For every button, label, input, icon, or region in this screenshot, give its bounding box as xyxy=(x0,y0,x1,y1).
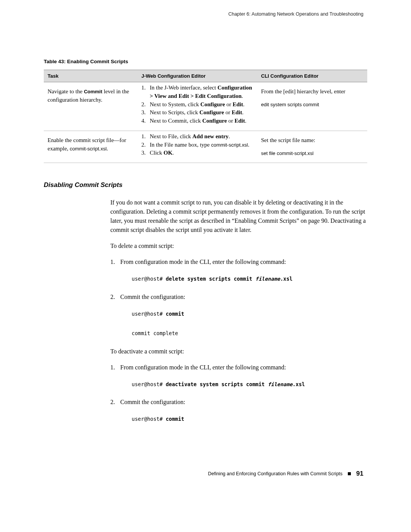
col-jweb: J-Web Configuration Editor xyxy=(138,70,258,82)
task-cell: Enable the commit script file—for exampl… xyxy=(44,131,138,163)
step-text: In the J-Web interface, select Configura… xyxy=(150,84,254,101)
code-block: user@host# commit commit complete xyxy=(132,309,367,339)
table-row: Enable the commit script file—for exampl… xyxy=(44,131,367,163)
square-icon xyxy=(348,472,351,475)
list-item: 1. From configuration mode in the CLI, e… xyxy=(110,257,367,267)
col-cli: CLI Configuration Editor xyxy=(257,70,367,82)
step-text: Click OK. xyxy=(150,149,250,157)
cli-command: edit system scripts commit xyxy=(261,101,363,109)
step-number: 3. xyxy=(142,109,150,117)
paragraph: To deactivate a commit script: xyxy=(110,347,367,356)
ordered-list: 1. In the J-Web interface, select Config… xyxy=(142,84,254,125)
task-cell: Navigate to the Commit level in the conf… xyxy=(44,82,138,131)
cli-command: set file commit-script.xsl xyxy=(261,150,363,157)
chapter-header: Chapter 6: Automating Network Operations… xyxy=(44,11,367,17)
cli-cell: From the [edit] hierarchy level, enter e… xyxy=(257,82,367,131)
page-container: Chapter 6: Automating Network Operations… xyxy=(0,0,411,493)
step-text: In the File name box, type commit-script… xyxy=(150,141,250,149)
step-text: From configuration mode in the CLI, ente… xyxy=(120,363,367,372)
paragraph: If you do not want a commit script to ru… xyxy=(110,198,367,235)
ordered-list: 1. Next to File, click Add new entry. 2.… xyxy=(142,133,250,157)
jweb-cell: 1. In the J-Web interface, select Config… xyxy=(138,82,258,131)
step-number: 2. xyxy=(142,101,150,109)
step-number: 1. xyxy=(110,257,120,267)
body-content: If you do not want a commit script to ru… xyxy=(110,198,367,424)
paragraph: To delete a commit script: xyxy=(110,241,367,251)
step-number: 4. xyxy=(142,117,150,125)
step-number: 1. xyxy=(142,133,150,141)
list-item: 2. Next to System, click Configure or Ed… xyxy=(142,101,254,109)
table-header-row: Task J-Web Configuration Editor CLI Conf… xyxy=(44,70,367,82)
jweb-cell: 1. Next to File, click Add new entry. 2.… xyxy=(138,131,258,163)
step-number: 2. xyxy=(110,398,120,407)
text: . xyxy=(107,145,108,152)
list-item: 1. From configuration mode in the CLI, e… xyxy=(110,363,367,372)
cli-cell: Set the script file name: set file commi… xyxy=(257,131,367,163)
step-text: From configuration mode in the CLI, ente… xyxy=(120,257,367,267)
list-item: 3. Click OK. xyxy=(142,149,250,157)
step-text: Next to Commit, click Configure or Edit. xyxy=(150,117,254,125)
list-item: 1. Next to File, click Add new entry. xyxy=(142,133,250,141)
step-text: Next to System, click Configure or Edit. xyxy=(150,101,254,109)
step-text: Commit the configuration: xyxy=(120,398,367,407)
cli-text: Set the script file name: xyxy=(261,136,363,145)
code-block: user@host# delete system scripts commit … xyxy=(132,274,367,284)
cli-text: From the [edit] hierarchy level, enter xyxy=(261,88,363,96)
step-number: 2. xyxy=(142,141,150,149)
list-item: 2. In the File name box, type commit-scr… xyxy=(142,141,250,149)
col-task: Task xyxy=(44,70,138,82)
step-number: 1. xyxy=(142,84,150,101)
ordered-list: 1. From configuration mode in the CLI, e… xyxy=(110,363,367,424)
table-row: Navigate to the Commit level in the conf… xyxy=(44,82,367,131)
step-number: 1. xyxy=(110,363,120,372)
text-mono: commit-script.xsl xyxy=(70,146,107,152)
step-text: Commit the configuration: xyxy=(120,292,367,302)
table-caption: Table 43: Enabling Commit Scripts xyxy=(44,59,367,64)
step-number: 3. xyxy=(142,149,150,157)
footer-text: Defining and Enforcing Configuration Rul… xyxy=(208,471,342,476)
list-item: 4. Next to Commit, click Configure or Ed… xyxy=(142,117,254,125)
step-number: 2. xyxy=(110,292,120,302)
text: Navigate to the xyxy=(48,88,84,94)
list-item: 2. Commit the configuration: xyxy=(110,292,367,302)
page-footer: Defining and Enforcing Configuration Rul… xyxy=(44,470,367,478)
ordered-list: 1. From configuration mode in the CLI, e… xyxy=(110,257,367,339)
commit-scripts-table: Task J-Web Configuration Editor CLI Conf… xyxy=(44,70,367,163)
list-item: 1. In the J-Web interface, select Config… xyxy=(142,84,254,101)
section-heading: Disabling Commit Scripts xyxy=(44,181,367,189)
code-block: user@host# deactivate system scripts com… xyxy=(132,380,367,390)
code-block: user@host# commit xyxy=(132,414,367,424)
list-item: 2. Commit the configuration: xyxy=(110,398,367,407)
step-text: Next to Scripts, click Configure or Edit… xyxy=(150,109,254,117)
page-number: 91 xyxy=(356,470,363,478)
text-bold: Commit xyxy=(84,89,102,94)
step-text: Next to File, click Add new entry. xyxy=(150,133,250,141)
list-item: 3. Next to Scripts, click Configure or E… xyxy=(142,109,254,117)
